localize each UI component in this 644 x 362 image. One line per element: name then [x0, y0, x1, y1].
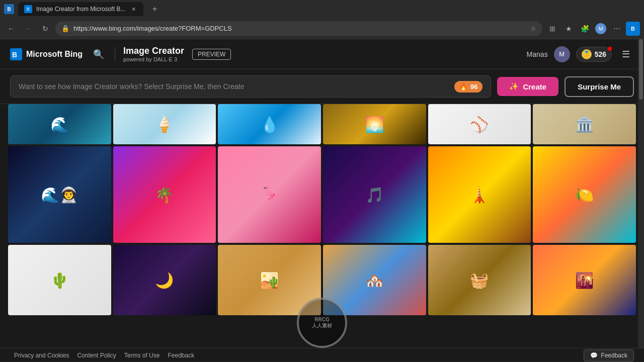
tab-title: Image Creator from Microsoft B... [36, 6, 125, 13]
vertical-divider [115, 47, 115, 62]
create-button[interactable]: ✨ Create [497, 77, 558, 96]
refresh-button[interactable]: ↻ [38, 22, 52, 36]
footer-right: 💬 Feedback [584, 349, 634, 361]
tab-favicon: B [24, 5, 32, 13]
lock-icon: 🔒 [61, 25, 69, 32]
feedback-icon: 💬 [590, 352, 598, 359]
list-item[interactable]: 🌊👨‍🚀 [8, 146, 111, 243]
apps-icon[interactable]: ⊞ [545, 22, 559, 36]
list-item[interactable]: 🦩 [218, 146, 321, 243]
image-row-2: 🌊👨‍🚀 🌴 🦩 🎵 🗼 🍋 [8, 146, 636, 243]
list-item[interactable]: 🌙 [113, 245, 216, 315]
bing-logo[interactable]: B Microsoft Bing [10, 48, 83, 60]
list-item[interactable]: 🌅 [323, 104, 426, 144]
bing-edge-icon[interactable]: B [626, 22, 640, 36]
feedback-button-label: Feedback [601, 352, 627, 359]
app-header: B Microsoft Bing 🔍 Image Creator powered… [0, 39, 644, 69]
list-item[interactable]: 🌊 [8, 104, 111, 144]
image-row-3: 🌵 🌙 🏜️ 🏘️ 🧺 🌇 [8, 245, 636, 315]
list-item[interactable]: 🌴 [113, 146, 216, 243]
profile-icon[interactable]: M [594, 22, 608, 36]
image-row-1: 🌊 🍦 💧 🌅 ⚾ 🏛️ [8, 104, 636, 144]
browser-tab-icon: B [4, 4, 14, 14]
fire-count: 96 [470, 83, 477, 90]
surprise-button[interactable]: Surprise Me [565, 76, 634, 97]
image-creator-subtitle: powered by DALL·E 3 [123, 56, 184, 62]
coin-icon: 🏅 [582, 49, 592, 59]
user-avatar[interactable]: M [554, 46, 570, 62]
header-search-icon[interactable]: 🔍 [91, 46, 107, 62]
tab-close-icon[interactable]: ✕ [129, 5, 137, 13]
list-item[interactable]: 🍦 [113, 104, 216, 144]
fire-icon: 🔥 [459, 83, 467, 90]
coin-count: 526 [595, 50, 606, 58]
browser-tab[interactable]: B Image Creator from Microsoft B... ✕ [18, 2, 143, 16]
favorites-icon[interactable]: ★ [561, 22, 576, 36]
list-item[interactable]: 💧 [218, 104, 321, 144]
toolbar-icons: ⊞ ★ 🧩 M ⋯ B [545, 22, 640, 36]
create-label: Create [523, 82, 546, 91]
browser-toolbar: ← → ↻ 🔒 https://www.bing.com/images/crea… [0, 18, 644, 39]
image-grid-container: 🌊 🍦 💧 🌅 ⚾ 🏛️ 🌊👨‍🚀 🌴 🦩 🎵 🗼 🍋 🌵 🌙 🏜️ 🏘️ 🧺 … [0, 104, 644, 348]
svg-text:B: B [12, 51, 17, 59]
footer-left-links: Privacy and Cookies Content Policy Terms… [10, 352, 198, 359]
address-star-icon[interactable]: ☆ [530, 25, 536, 32]
url-text: https://www.bing.com/images/create?FORM=… [73, 25, 232, 32]
image-creator-brand: Image Creator powered by DALL·E 3 [123, 46, 184, 62]
extensions-icon[interactable]: 🧩 [578, 22, 592, 36]
browser-titlebar: B B Image Creator from Microsoft B... ✕ … [0, 0, 644, 18]
address-bar[interactable]: 🔒 https://www.bing.com/images/create?FOR… [55, 21, 542, 36]
coins-wrapper[interactable]: 🏅 526 [576, 47, 612, 62]
create-icon: ✨ [509, 82, 519, 91]
bing-logo-text: Microsoft Bing [26, 50, 83, 59]
feedback-left-link[interactable]: Feedback [164, 352, 198, 359]
scrollbar-track[interactable] [638, 39, 644, 348]
forward-button[interactable]: → [21, 22, 35, 36]
list-item[interactable]: 🌇 [533, 245, 636, 315]
user-name: Manas [527, 50, 548, 58]
more-options-icon[interactable]: ⋯ [610, 22, 624, 36]
bing-logo-icon: B [10, 48, 22, 60]
header-right: Manas M 🏅 526 ☰ [527, 46, 634, 62]
list-item[interactable]: 🗼 [428, 146, 531, 243]
image-creator-title: Image Creator [123, 46, 184, 56]
list-item[interactable]: 🏛️ [533, 104, 636, 144]
surprise-label: Surprise Me [578, 82, 621, 91]
content-policy-link[interactable]: Content Policy [73, 352, 120, 359]
search-bar-section: Want to see how Image Creator works? Sel… [0, 69, 644, 104]
list-item[interactable]: 🍋 [533, 146, 636, 243]
list-item[interactable]: 🌵 [8, 245, 111, 315]
coins-badge[interactable]: 🏅 526 [576, 47, 612, 62]
list-item[interactable]: ⚾ [428, 104, 531, 144]
menu-icon[interactable]: ☰ [618, 46, 634, 62]
terms-link[interactable]: Terms of Use [120, 352, 164, 359]
search-placeholder-text: Want to see how Image Creator works? Sel… [19, 82, 454, 90]
list-item[interactable]: 🏘️ [323, 245, 426, 315]
footer: Privacy and Cookies Content Policy Terms… [0, 348, 644, 362]
preview-badge: PREVIEW [192, 49, 231, 60]
privacy-link[interactable]: Privacy and Cookies [10, 352, 73, 359]
search-input-wrapper[interactable]: Want to see how Image Creator works? Sel… [10, 75, 491, 98]
list-item[interactable]: 🎵 [323, 146, 426, 243]
scrollbar-thumb[interactable] [639, 39, 643, 100]
fire-badge: 🔥 96 [454, 81, 482, 93]
feedback-button[interactable]: 💬 Feedback [584, 349, 634, 361]
notification-dot [608, 47, 612, 51]
list-item[interactable]: 🧺 [428, 245, 531, 315]
new-tab-button[interactable]: + [147, 2, 162, 16]
list-item[interactable]: 🏜️ [218, 245, 321, 315]
back-button[interactable]: ← [4, 22, 18, 36]
